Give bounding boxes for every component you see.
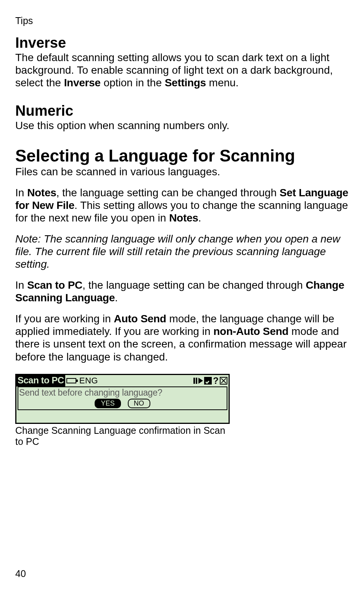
lcd-status-icons: ?	[193, 377, 228, 385]
bold-settings: Settings	[165, 77, 206, 89]
text: menu.	[206, 77, 239, 89]
lcd-dialog: Send text before changing language? YES …	[18, 386, 227, 410]
bold-notes: Notes	[27, 187, 56, 199]
text: , the language setting can be changed th…	[56, 187, 279, 199]
selectlang-note: Note: The scanning language will only ch…	[15, 233, 349, 270]
lcd-caption: Change Scanning Language confirmation in…	[15, 425, 230, 447]
selectlang-p3: In Scan to PC, the language setting can …	[15, 279, 349, 304]
text: .	[198, 212, 201, 224]
inverse-paragraph: The default scanning setting allows you …	[15, 51, 349, 89]
question-icon: ?	[213, 377, 219, 385]
page-number: 40	[15, 568, 26, 579]
close-icon	[220, 377, 227, 385]
bold-auto-send: Auto Send	[114, 313, 166, 325]
bold-scan-to-pc: Scan to PC	[27, 279, 82, 291]
bold-notes-2: Notes	[169, 212, 198, 224]
header-tips: Tips	[15, 15, 349, 26]
numeric-paragraph: Use this option when scanning numbers on…	[15, 119, 349, 132]
bold-non-auto-send: non-Auto Send	[213, 325, 288, 337]
checkbox-icon	[204, 377, 212, 385]
heading-select-language: Selecting a Language for Scanning	[15, 146, 349, 165]
heading-numeric: Numeric	[15, 103, 349, 119]
text: .	[115, 292, 118, 304]
battery-icon	[66, 378, 76, 383]
lcd-language-indicator: ENG	[79, 376, 98, 386]
pause-icon	[193, 378, 197, 384]
text: In	[15, 279, 27, 291]
no-button[interactable]: NO	[128, 399, 150, 408]
lcd-bottom-area	[16, 411, 229, 423]
text: , the language setting can be changed th…	[82, 279, 306, 291]
lcd-titlebar: Scan to PC ENG ?	[16, 375, 229, 386]
arrow-right-icon	[198, 378, 203, 384]
selectlang-p2: In Notes, the language setting can be ch…	[15, 186, 349, 224]
text: option in the	[101, 77, 165, 89]
text: In	[15, 187, 27, 199]
text: If you are working in	[15, 313, 114, 325]
lcd-dialog-message: Send text before changing language?	[18, 387, 227, 398]
heading-inverse: Inverse	[15, 35, 349, 51]
yes-button[interactable]: YES	[95, 399, 121, 408]
lcd-screen: Scan to PC ENG ? Send text before changi…	[15, 374, 230, 424]
selectlang-p1: Files can be scanned in various language…	[15, 165, 349, 178]
selectlang-p4: If you are working in Auto Send mode, th…	[15, 312, 349, 363]
bold-inverse: Inverse	[64, 77, 101, 89]
lcd-button-row: YES NO	[18, 398, 227, 409]
lcd-title: Scan to PC	[16, 375, 65, 386]
lcd-screenshot: Scan to PC ENG ? Send text before changi…	[15, 374, 230, 447]
